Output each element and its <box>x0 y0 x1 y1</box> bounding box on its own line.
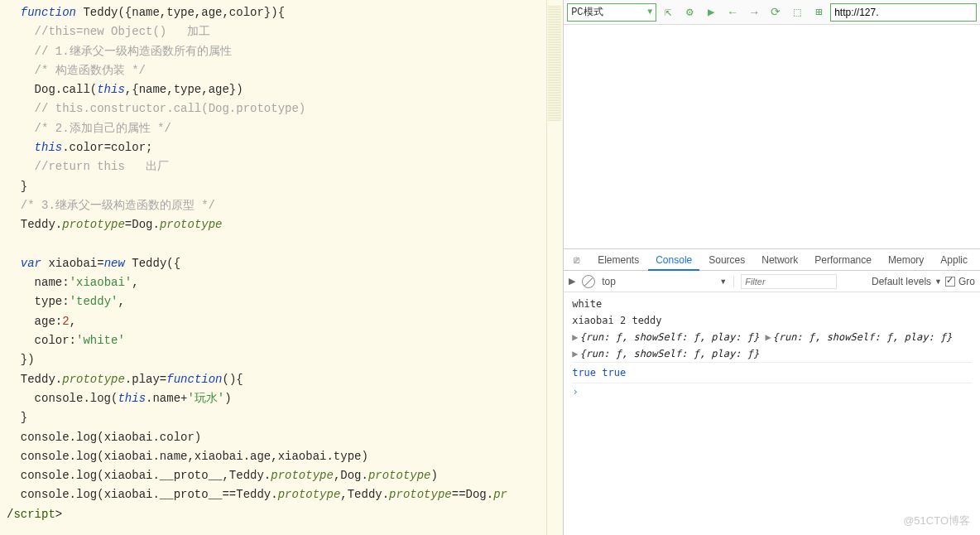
tab-console[interactable]: Console <box>648 249 699 271</box>
forward-icon[interactable]: → <box>744 3 764 22</box>
minimap[interactable] <box>546 0 563 535</box>
tab-elements[interactable]: Elements <box>590 249 646 271</box>
tab-sources[interactable]: Sources <box>701 249 752 271</box>
browser-pane: PC模式 ▼ ⇱ ⚙ ▶ ← → ⟳ ⬚ ⊞ ⎚ Elements Consol… <box>563 0 980 535</box>
detach-icon[interactable]: ⇱ <box>658 3 678 22</box>
expand-icon: ▶ <box>572 346 578 361</box>
refresh-icon[interactable]: ⟳ <box>766 3 785 22</box>
tab-network[interactable]: Network <box>754 249 805 271</box>
comment: /* 3.继承父一级构造函数的原型 */ <box>21 199 215 212</box>
expand-icon: ▶ <box>765 330 771 345</box>
devtools-tabs: ⎚ Elements Console Sources Network Perfo… <box>564 249 980 271</box>
filter-input[interactable] <box>741 274 837 289</box>
tab-memory[interactable]: Memory <box>881 249 931 271</box>
url-input[interactable] <box>830 3 977 22</box>
devtools: ⎚ Elements Console Sources Network Perfo… <box>564 248 980 535</box>
lock-icon[interactable]: ⬚ <box>787 3 807 22</box>
context-selector[interactable]: top ▼ <box>602 276 734 287</box>
console-line: ▶{run: ƒ, showSelf: ƒ, play: ƒ} ▶{run: ƒ… <box>572 329 972 345</box>
comment: // this.constructor.call(Dog.prototype) <box>7 102 305 115</box>
chevron-down-icon: ▼ <box>934 277 942 286</box>
code-area[interactable]: function Teddy({name,type,age,color}){ /… <box>0 0 546 535</box>
browser-preview[interactable] <box>564 25 980 248</box>
comment: // 1.继承父一级构造函数所有的属性 <box>7 45 232 58</box>
console-prompt[interactable]: › <box>572 383 972 400</box>
gear-icon[interactable]: ⚙ <box>680 3 699 22</box>
qr-icon[interactable]: ⊞ <box>809 3 829 22</box>
tab-application[interactable]: Applic <box>933 249 975 271</box>
watermark: @51CTO博客 <box>903 513 970 528</box>
mode-label: PC模式 <box>571 5 603 19</box>
group-checkbox[interactable] <box>945 277 955 287</box>
mode-select[interactable]: PC模式 ▼ <box>567 3 656 22</box>
clear-console-icon[interactable] <box>582 275 595 288</box>
comment: /* 2.添加自己的属性 */ <box>7 122 171 135</box>
back-icon[interactable]: ← <box>723 3 742 22</box>
keyword-function: function <box>21 6 76 19</box>
code-editor-pane: function Teddy({name,type,age,color}){ /… <box>0 0 563 535</box>
console-output[interactable]: white xiaobai 2 teddy ▶{run: ƒ, showSelf… <box>564 292 980 535</box>
tab-performance[interactable]: Performance <box>807 249 879 271</box>
inspect-icon[interactable]: ⎚ <box>569 253 584 268</box>
console-line: xiaobai 2 teddy <box>572 312 972 329</box>
play-icon[interactable]: ▶ <box>701 3 721 22</box>
console-line: true true <box>572 362 972 383</box>
comment: //return this 出厂 <box>7 160 169 173</box>
context-label: top <box>602 276 616 287</box>
play-icon[interactable]: ▶ <box>569 276 575 287</box>
chevron-down-icon: ▼ <box>719 277 727 286</box>
comment: /* 构造函数伪装 */ <box>7 64 146 77</box>
console-line: ▶{run: ƒ, showSelf: ƒ, play: ƒ} <box>572 345 972 362</box>
comment: //this=new Object() 加工 <box>7 25 210 38</box>
console-line: white <box>572 296 972 312</box>
browser-toolbar: PC模式 ▼ ⇱ ⚙ ▶ ← → ⟳ ⬚ ⊞ <box>564 0 980 25</box>
chevron-down-icon: ▼ <box>647 7 652 17</box>
console-toolbar: ▶ top ▼ Default levels ▼ Gro <box>564 271 980 292</box>
expand-icon: ▶ <box>572 330 578 345</box>
log-levels[interactable]: Default levels ▼ Gro <box>872 276 975 287</box>
